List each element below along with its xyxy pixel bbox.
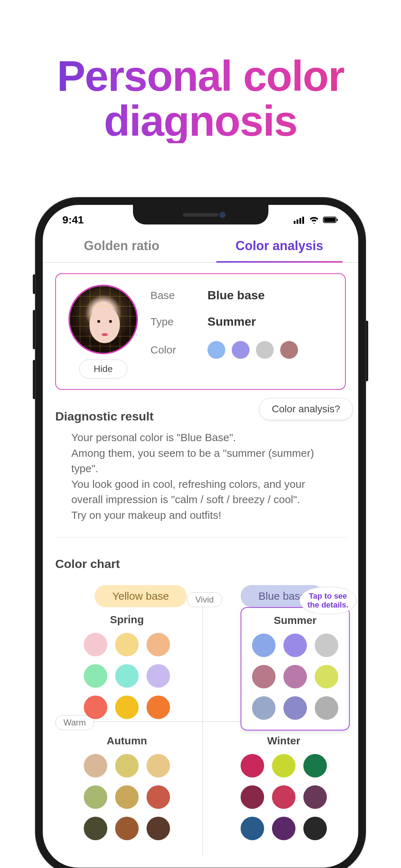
result-card: Hide Base Blue base Type Summer Color — [55, 273, 346, 390]
svg-rect-5 — [324, 218, 335, 222]
yellow-base-pill[interactable]: Yellow base — [94, 585, 187, 607]
color-dot[interactable] — [146, 633, 170, 656]
tab-golden-ratio[interactable]: Golden ratio — [43, 229, 201, 262]
color-dot[interactable] — [146, 785, 170, 809]
vivid-label: Vivid — [187, 592, 222, 607]
svg-rect-3 — [302, 217, 304, 224]
phone-frame: 9:41 Golden ratio Color analysis — [36, 198, 365, 868]
color-dot[interactable] — [146, 754, 170, 777]
color-dot[interactable] — [241, 785, 264, 809]
svg-rect-2 — [299, 218, 301, 224]
type-value: Summer — [207, 315, 333, 329]
color-dot[interactable] — [315, 696, 338, 720]
wifi-icon — [309, 216, 319, 224]
hide-button[interactable]: Hide — [79, 360, 127, 378]
color-dot[interactable] — [146, 817, 170, 840]
color-dot[interactable] — [272, 785, 295, 809]
autumn-title: Autumn — [84, 735, 170, 747]
svg-rect-1 — [297, 219, 298, 224]
color-chart: Yellow base Blue base Vivid Warm Cool Ta… — [55, 585, 346, 856]
tabs: Golden ratio Color analysis — [43, 229, 358, 263]
color-swatches — [207, 341, 333, 359]
color-dot[interactable] — [283, 665, 307, 688]
color-dot[interactable] — [283, 696, 307, 720]
color-dot[interactable] — [252, 696, 276, 720]
content: Hide Base Blue base Type Summer Color Co… — [43, 263, 358, 867]
color-analysis-help-button[interactable]: Color analysis? — [259, 398, 353, 420]
color-dot[interactable] — [84, 696, 107, 719]
phone-side-button — [33, 274, 36, 294]
color-dot[interactable] — [146, 664, 170, 688]
color-swatch — [280, 341, 298, 359]
color-dot[interactable] — [303, 785, 327, 809]
color-dot[interactable] — [303, 817, 327, 840]
color-swatch — [232, 341, 250, 359]
color-dot[interactable] — [84, 754, 107, 777]
base-value: Blue base — [207, 288, 333, 302]
summer-title: Summer — [252, 614, 338, 626]
color-dot[interactable] — [84, 633, 107, 656]
color-dot[interactable] — [115, 664, 139, 688]
color-dot[interactable] — [272, 754, 295, 777]
avatar[interactable] — [68, 285, 138, 354]
axis-vertical — [202, 605, 203, 856]
color-dot[interactable] — [315, 634, 338, 657]
phone-side-button — [33, 310, 36, 349]
color-dot[interactable] — [303, 754, 327, 777]
diagnostic-body: Your personal color is "Blue Base".Among… — [55, 423, 346, 537]
phone-side-button — [365, 321, 368, 381]
color-dot[interactable] — [241, 817, 264, 840]
season-spring[interactable]: Spring — [84, 614, 170, 719]
color-dot[interactable] — [115, 785, 139, 809]
color-dot[interactable] — [283, 634, 307, 657]
spring-title: Spring — [84, 614, 170, 626]
tab-color-analysis[interactable]: Color analysis — [201, 229, 359, 262]
battery-icon — [323, 216, 339, 224]
marketing-title: Personal color diagnosis — [0, 53, 401, 143]
color-dot[interactable] — [115, 817, 139, 840]
color-dot[interactable] — [84, 817, 107, 840]
color-dot[interactable] — [84, 664, 107, 688]
color-dot[interactable] — [115, 633, 139, 656]
phone-notch — [133, 205, 268, 224]
color-swatch — [207, 341, 225, 359]
season-summer[interactable]: Summer — [241, 614, 350, 730]
tap-details-tooltip: Tap to see the details. — [299, 587, 356, 614]
svg-rect-0 — [294, 221, 295, 224]
color-label: Color — [150, 344, 193, 356]
color-dot[interactable] — [272, 817, 295, 840]
status-time: 9:41 — [62, 214, 84, 226]
signal-icon — [294, 216, 305, 224]
color-dot[interactable] — [241, 754, 264, 777]
phone-screen: 9:41 Golden ratio Color analysis — [43, 205, 358, 868]
color-swatch — [256, 341, 274, 359]
color-dot[interactable] — [146, 696, 170, 719]
base-label: Base — [150, 289, 193, 301]
color-dot[interactable] — [84, 785, 107, 809]
svg-rect-6 — [337, 219, 338, 221]
phone-side-button — [33, 360, 36, 399]
season-winter[interactable]: Winter — [241, 735, 327, 840]
color-chart-title: Color chart — [55, 557, 346, 571]
season-autumn[interactable]: Autumn — [84, 735, 170, 840]
color-dot[interactable] — [252, 665, 276, 688]
color-dot[interactable] — [115, 754, 139, 777]
color-dot[interactable] — [252, 634, 276, 657]
color-dot[interactable] — [115, 696, 139, 719]
color-dot[interactable] — [315, 665, 338, 688]
winter-title: Winter — [241, 735, 327, 747]
type-label: Type — [150, 316, 193, 328]
